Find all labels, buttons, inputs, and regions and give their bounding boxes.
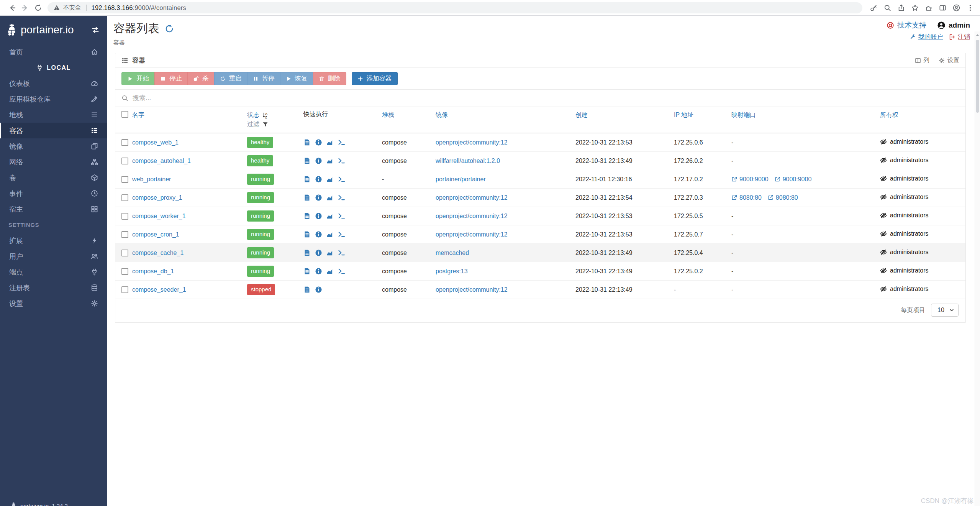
inspect-action-icon[interactable] [315, 176, 322, 183]
row-checkbox[interactable] [121, 194, 128, 201]
column-header-created[interactable]: 创建 [575, 110, 588, 120]
add-container-button[interactable]: 添加容器 [352, 72, 398, 85]
sidebar-item-settings[interactable]: 设置 [0, 296, 107, 311]
stop-button[interactable]: 停止 [154, 72, 188, 85]
sidebar-item-home[interactable]: 首页 [0, 44, 107, 60]
sidebar-item-endpoints[interactable]: 端点 [0, 264, 107, 280]
portainer-logo[interactable]: portainer.io [5, 23, 74, 36]
container-name-link[interactable]: compose_worker_1 [132, 213, 186, 219]
stats-action-icon[interactable] [326, 139, 334, 146]
select-all-checkbox[interactable] [121, 111, 128, 118]
port-link[interactable]: 8080:80 [731, 194, 762, 202]
stats-action-icon[interactable] [326, 268, 334, 275]
stats-action-icon[interactable] [326, 176, 334, 183]
logs-action-icon[interactable] [303, 249, 311, 256]
sidebar-item-registries[interactable]: 注册表 [0, 280, 107, 296]
logs-action-icon[interactable] [303, 286, 311, 293]
console-action-icon[interactable] [338, 231, 345, 238]
row-checkbox[interactable] [121, 286, 128, 293]
logs-action-icon[interactable] [303, 268, 311, 275]
share-icon[interactable] [895, 2, 907, 14]
column-header-name[interactable]: 名字 [132, 110, 144, 120]
inspect-action-icon[interactable] [315, 212, 322, 220]
inspect-action-icon[interactable] [315, 157, 322, 164]
kill-button[interactable]: 杀 [187, 72, 215, 85]
user-menu[interactable]: admin [937, 21, 970, 30]
column-header-image[interactable]: 镜像 [436, 110, 448, 120]
logs-action-icon[interactable] [303, 194, 311, 201]
logs-action-icon[interactable] [303, 212, 311, 220]
container-name-link[interactable]: compose_db_1 [132, 268, 174, 274]
row-checkbox[interactable] [121, 231, 128, 238]
column-header-stack[interactable]: 堆栈 [382, 110, 394, 120]
pause-button[interactable]: 暂停 [247, 72, 280, 85]
key-icon[interactable] [868, 2, 880, 14]
sidebar-item-dashboard[interactable]: 仪表板 [0, 76, 107, 91]
image-link[interactable]: openproject/community:12 [436, 213, 508, 219]
image-link[interactable]: portainer/portainer [436, 176, 486, 182]
sidebar-item-events[interactable]: 事件 [0, 186, 107, 201]
sidebar-item-extensions[interactable]: 扩展 [0, 233, 107, 248]
image-link[interactable]: openproject/community:12 [436, 231, 508, 238]
inspect-action-icon[interactable] [315, 194, 322, 201]
endpoint-switch-icon[interactable] [91, 26, 100, 34]
support-link[interactable]: 技术支持 [887, 20, 926, 30]
reload-button[interactable] [31, 1, 44, 14]
container-name-link[interactable]: compose_autoheal_1 [132, 158, 191, 164]
scrollbar-thumb[interactable] [976, 40, 979, 113]
console-action-icon[interactable] [338, 157, 345, 164]
page-size-select[interactable]: 10 [931, 304, 959, 317]
row-checkbox[interactable] [121, 158, 128, 164]
sidebar-item-users[interactable]: 用户 [0, 248, 107, 264]
table-settings-button[interactable]: 设置 [939, 56, 959, 64]
image-link[interactable]: openproject/community:12 [436, 194, 508, 201]
search-icon[interactable] [882, 2, 893, 14]
sidebar-item-containers[interactable]: 容器 [0, 123, 107, 138]
container-name-link[interactable]: web_portainer [132, 176, 171, 182]
image-link[interactable]: memcached [436, 250, 469, 256]
status-filter-button[interactable]: 过滤 [247, 120, 297, 129]
start-button[interactable]: 开始 [121, 72, 155, 85]
resume-button[interactable]: 恢复 [280, 72, 313, 85]
console-action-icon[interactable] [338, 212, 345, 220]
menu-icon[interactable] [964, 2, 976, 14]
console-action-icon[interactable] [338, 268, 345, 275]
forward-button[interactable] [18, 1, 31, 14]
stats-action-icon[interactable] [326, 157, 334, 164]
address-bar[interactable]: 不安全 192.168.3.166:9000/#/containers [48, 2, 862, 13]
restart-button[interactable]: 重启 [214, 72, 247, 85]
port-link[interactable]: 9000:9000 [775, 175, 812, 184]
logs-action-icon[interactable] [303, 231, 311, 238]
sidebar-item-app-templates[interactable]: 应用模板仓库 [0, 91, 107, 107]
logout-link[interactable]: 注销 [949, 33, 970, 41]
container-name-link[interactable]: compose_proxy_1 [132, 194, 182, 201]
row-checkbox[interactable] [121, 268, 128, 275]
scroll-up-icon[interactable] [975, 33, 980, 37]
logs-action-icon[interactable] [303, 139, 311, 146]
sidebar-item-host[interactable]: 宿主 [0, 201, 107, 217]
container-name-link[interactable]: compose_seeder_1 [132, 286, 186, 293]
inspect-action-icon[interactable] [315, 231, 322, 238]
column-header-status[interactable]: 状态 AZ [247, 110, 297, 120]
refresh-list-icon[interactable] [164, 24, 174, 34]
column-header-ports[interactable]: 映射端口 [731, 110, 756, 120]
inspect-action-icon[interactable] [315, 286, 322, 293]
my-account-link[interactable]: 我的账户 [910, 33, 943, 41]
container-name-link[interactable]: compose_web_1 [132, 139, 179, 146]
remove-button[interactable]: 删除 [313, 72, 346, 85]
image-link[interactable]: postgres:13 [436, 268, 468, 274]
row-checkbox[interactable] [121, 176, 128, 183]
sidebar-item-images[interactable]: 镜像 [0, 138, 107, 154]
sidebar-item-stacks[interactable]: 堆栈 [0, 107, 107, 123]
inspect-action-icon[interactable] [315, 268, 322, 275]
console-action-icon[interactable] [338, 176, 345, 183]
bookmark-star-icon[interactable] [909, 2, 921, 14]
port-link[interactable]: 9000:9000 [731, 175, 769, 184]
column-header-ip[interactable]: IP 地址 [674, 110, 693, 120]
image-link[interactable]: willfarrell/autoheal:1.2.0 [436, 158, 500, 164]
side-panel-icon[interactable] [937, 2, 949, 14]
console-action-icon[interactable] [338, 249, 345, 256]
image-link[interactable]: openproject/community:12 [436, 139, 508, 146]
columns-button[interactable]: 列 [915, 56, 930, 64]
sidebar-item-volumes[interactable]: 卷 [0, 170, 107, 186]
